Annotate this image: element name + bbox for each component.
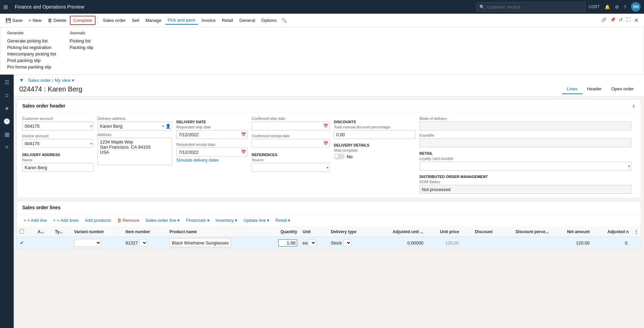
requested-receipt-date-input[interactable] <box>176 148 248 156</box>
product-name-input[interactable] <box>169 238 231 247</box>
generate-picking-list-link[interactable]: Generate picking list <box>7 38 56 44</box>
sidebar-icon-favorites[interactable]: ★ <box>1 102 13 114</box>
update-line-button[interactable]: Update line ▾ <box>241 217 272 224</box>
invoice-account-label: Invoice account <box>22 134 93 138</box>
confirmed-ship-label: Confirmed ship date <box>252 116 330 121</box>
ship-complete-label: Ship complete <box>334 148 415 152</box>
retail-button[interactable]: Retail <box>219 16 236 24</box>
expedite-input[interactable] <box>419 138 631 147</box>
confirmed-receipt-input[interactable] <box>252 139 330 148</box>
source-input[interactable] <box>252 163 330 172</box>
settings-icon[interactable]: ⚙ <box>615 4 619 10</box>
sep1 <box>98 17 98 24</box>
loyalty-card-input[interactable] <box>419 162 631 171</box>
manage-button[interactable]: Manage <box>143 16 164 24</box>
generate-section: Generate Generate picking list Picking l… <box>7 31 56 70</box>
sidebar-icon-menu[interactable]: ☰ <box>1 76 13 88</box>
collapse-icon[interactable]: ∧ <box>632 103 635 109</box>
search-input[interactable] <box>487 4 583 10</box>
breadcrumb-myview[interactable]: My view ▾ <box>55 78 75 83</box>
requested-ship-date-field: 📅 <box>176 130 248 139</box>
complete-button[interactable]: Complete <box>70 16 96 25</box>
expand-icon[interactable]: ⛶ <box>626 17 631 24</box>
pro-forma-packing-slip-link[interactable]: Pro forma packing slip <box>7 64 56 70</box>
remove-button[interactable]: 🗑 Remove <box>114 217 142 224</box>
sidebar-icon-workspaces[interactable]: ▦ <box>1 128 13 140</box>
sales-order-line-button[interactable]: Sales order line ▾ <box>143 217 182 224</box>
lines-table-body: ✔ 81327 <box>17 237 641 249</box>
packing-slip-journal-link[interactable]: Packing slip <box>70 44 93 51</box>
ship-complete-toggle[interactable] <box>334 154 345 159</box>
ship-complete-value: No <box>347 154 353 159</box>
intercompany-picking-list-link[interactable]: Intercompany picking list <box>7 51 56 57</box>
invoice-button[interactable]: Invoice <box>199 16 218 24</box>
total-manual-discount-input[interactable] <box>334 130 415 139</box>
retail-lines-button[interactable]: Retail ▾ <box>273 217 293 224</box>
delivery-name-input[interactable] <box>22 163 93 172</box>
sell-button[interactable]: Sell <box>129 16 142 24</box>
simulate-link[interactable]: Simulate delivery dates <box>176 158 248 163</box>
new-button[interactable]: + New <box>26 16 45 24</box>
pin-icon[interactable]: 📌 <box>610 17 616 24</box>
add-products-button[interactable]: Add products <box>82 217 114 224</box>
sidebar-icon-recent[interactable]: 🕐 <box>1 115 13 127</box>
tab-header[interactable]: Header <box>582 84 607 94</box>
row-refresh <box>27 237 35 249</box>
minimize-icon[interactable]: 🔗 <box>601 17 607 24</box>
table-row[interactable]: ✔ 81327 <box>17 237 641 249</box>
picking-list-registration-link[interactable]: Picking list registration <box>7 44 56 51</box>
delivery-date-upper-label: DELIVERY DATE <box>176 120 248 124</box>
bell-icon[interactable]: 🔔 <box>605 4 610 10</box>
invoice-account-input[interactable] <box>22 139 93 148</box>
grid-icon[interactable]: ⊞ <box>3 4 8 10</box>
save-button[interactable]: 💾 Save <box>3 16 25 24</box>
address-textarea[interactable]: 1234 Maple Way San Francisco, CA 94103 U… <box>98 138 172 165</box>
references-upper-label: REFERENCES <box>252 153 330 157</box>
filter-icon[interactable]: ▼ <box>19 77 24 83</box>
delivery-type-select[interactable]: ▾ <box>343 239 352 247</box>
delivery-address-field: ▾ 👤 <box>98 122 172 130</box>
save-icon: 💾 <box>5 18 11 23</box>
sidebar-icon-modules[interactable]: ≡ <box>1 141 13 153</box>
item-number-select[interactable]: ▾ <box>139 239 148 247</box>
general-button[interactable]: General <box>237 16 258 24</box>
search-bar[interactable]: 🔍 <box>476 2 586 12</box>
picking-list-journal-link[interactable]: Picking list <box>70 38 93 44</box>
page-header: ▼ Sales order | My view ▾ 024474 : Karen… <box>14 75 644 97</box>
pick-and-pack-button[interactable]: Pick and pack <box>165 16 198 25</box>
sidebar-icon-home[interactable]: ⌂ <box>1 89 13 101</box>
mode-of-delivery-input[interactable] <box>419 122 631 130</box>
inventory-button[interactable]: Inventory ▾ <box>213 217 240 224</box>
options-button[interactable]: Options <box>258 16 279 24</box>
tab-lines[interactable]: Lines <box>562 84 582 94</box>
avatar[interactable]: SH <box>631 2 641 12</box>
add-line-button[interactable]: + + Add line <box>21 217 50 224</box>
refresh-icon[interactable]: ↺ <box>619 17 623 24</box>
sales-order-button[interactable]: Sales order <box>100 16 128 24</box>
confirmed-ship-input[interactable] <box>252 122 330 130</box>
breadcrumb-sales-order[interactable]: Sales order <box>28 78 51 83</box>
select-all-checkbox[interactable] <box>20 229 24 234</box>
customer-account-label: Customer account <box>22 116 93 121</box>
unit-select[interactable]: ▾ <box>308 239 316 247</box>
address-label: Address <box>98 133 172 137</box>
search-toolbar-icon[interactable]: 🔍 <box>281 18 287 23</box>
customer-account-field: ▾ <box>22 122 93 130</box>
quantity-input[interactable] <box>278 239 297 247</box>
help-icon[interactable]: ? <box>624 4 626 10</box>
post-packing-slip-link[interactable]: Post packing slip <box>7 57 56 64</box>
tab-open-order[interactable]: Open order <box>606 84 639 94</box>
close-icon[interactable]: ✕ <box>634 17 639 24</box>
variant-select[interactable] <box>74 239 101 247</box>
delete-button[interactable]: 🗑 Delete <box>45 16 69 24</box>
requested-ship-date-input[interactable] <box>176 130 248 139</box>
delivery-address-input[interactable] <box>98 122 172 130</box>
person-icon[interactable]: 👤 <box>165 124 171 129</box>
customer-account-input[interactable] <box>22 122 93 130</box>
section-header: Sales order header ∧ <box>17 100 641 112</box>
financials-button[interactable]: Financials ▾ <box>183 217 212 224</box>
col-delivery-type: Delivery type <box>328 227 373 237</box>
add-lines-button[interactable]: + + Add lines <box>50 217 81 224</box>
row-checkbox[interactable]: ✔ <box>17 237 27 249</box>
lines-toolbar: + + Add line + + Add lines Add products … <box>17 214 641 227</box>
